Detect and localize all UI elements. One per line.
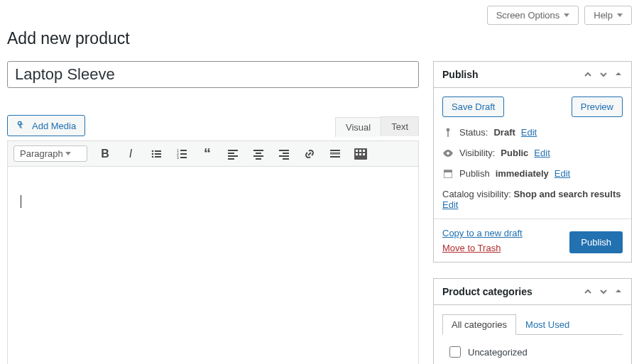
svg-rect-37: [447, 131, 449, 137]
align-center-button[interactable]: [251, 146, 266, 162]
link-button[interactable]: [302, 146, 317, 162]
svg-rect-18: [256, 153, 261, 154]
svg-rect-33: [356, 153, 358, 155]
tab-most-used[interactable]: Most Used: [516, 314, 579, 335]
svg-rect-34: [359, 153, 361, 155]
catalog-value: Shop and search results: [513, 189, 621, 199]
category-checkbox[interactable]: [449, 346, 461, 358]
svg-rect-4: [155, 153, 161, 155]
help-button[interactable]: Help: [584, 6, 632, 25]
pin-icon: [442, 128, 454, 138]
tab-visual[interactable]: Visual: [335, 117, 381, 137]
svg-rect-17: [253, 150, 263, 151]
svg-rect-22: [283, 153, 289, 154]
category-item: Uncategorized: [442, 343, 623, 360]
align-right-button[interactable]: [276, 146, 292, 162]
blockquote-button[interactable]: “: [200, 146, 215, 162]
numbered-list-button[interactable]: 123: [174, 146, 190, 162]
help-label: Help: [594, 10, 613, 21]
save-draft-button[interactable]: Save Draft: [442, 96, 504, 117]
svg-rect-40: [444, 170, 452, 172]
italic-button[interactable]: I: [123, 146, 138, 162]
chevron-up-icon[interactable]: [583, 70, 593, 79]
tab-all-categories[interactable]: All categories: [442, 314, 516, 335]
edit-date-link[interactable]: Edit: [555, 168, 570, 179]
add-media-label: Add Media: [32, 121, 76, 131]
svg-rect-16: [228, 158, 234, 160]
svg-rect-12: [180, 157, 187, 158]
bold-button[interactable]: B: [97, 146, 113, 162]
edit-visibility-link[interactable]: Edit: [534, 148, 550, 158]
align-left-button[interactable]: [225, 146, 241, 162]
svg-rect-28: [330, 156, 340, 158]
screen-options-button[interactable]: Screen Options: [487, 6, 579, 25]
editor-toolbar: Paragraph B I 123 “: [7, 140, 419, 167]
svg-rect-23: [279, 155, 289, 157]
svg-point-36: [447, 128, 450, 131]
bullet-list-button[interactable]: [148, 146, 164, 162]
svg-rect-30: [356, 150, 358, 152]
toolbar-toggle-button[interactable]: [353, 146, 368, 162]
svg-rect-19: [253, 155, 263, 157]
svg-rect-24: [283, 158, 289, 160]
status-label: Status:: [459, 127, 488, 138]
format-select-label: Paragraph: [20, 148, 63, 159]
visibility-label: Visibility:: [459, 148, 495, 158]
svg-text:3: 3: [177, 155, 179, 160]
publish-metabox: Publish Save Draft Preview Status:: [433, 61, 632, 263]
svg-rect-13: [228, 150, 238, 151]
publish-button[interactable]: Publish: [569, 231, 623, 253]
svg-rect-21: [279, 150, 289, 151]
svg-rect-15: [228, 155, 238, 157]
chevron-up-icon[interactable]: [583, 287, 593, 297]
edit-status-link[interactable]: Edit: [521, 127, 537, 138]
copy-draft-link[interactable]: Copy to a new draft: [442, 228, 523, 238]
add-media-button[interactable]: Add Media: [7, 115, 85, 136]
svg-rect-31: [359, 150, 361, 152]
svg-rect-6: [155, 156, 161, 158]
chevron-down-icon: [65, 152, 71, 155]
svg-rect-25: [330, 150, 340, 151]
svg-point-5: [152, 155, 154, 158]
publish-value: immediately: [496, 168, 549, 179]
visibility-value: Public: [501, 148, 528, 158]
svg-rect-10: [180, 153, 187, 155]
caret-up-icon[interactable]: [614, 70, 623, 79]
status-value: Draft: [493, 127, 515, 138]
calendar-icon: [442, 170, 454, 178]
categories-heading: Product categories: [442, 286, 532, 297]
screen-options-label: Screen Options: [496, 10, 560, 21]
svg-rect-35: [363, 153, 365, 155]
caret-up-icon[interactable]: [614, 287, 623, 297]
svg-rect-2: [155, 150, 161, 152]
edit-catalog-link[interactable]: Edit: [442, 199, 458, 210]
category-label: Uncategorized: [468, 347, 528, 358]
chevron-down-icon[interactable]: [599, 287, 608, 297]
svg-rect-8: [180, 150, 187, 151]
svg-point-3: [152, 153, 154, 155]
categories-metabox: Product categories All categories Most U…: [433, 278, 632, 364]
tab-text[interactable]: Text: [381, 116, 419, 136]
chevron-down-icon: [617, 13, 623, 17]
chevron-down-icon[interactable]: [599, 70, 608, 79]
page-title: Add new product: [7, 29, 632, 48]
svg-rect-26: [330, 153, 340, 153]
svg-rect-32: [363, 150, 365, 152]
editor-content[interactable]: [7, 167, 419, 364]
svg-rect-27: [330, 153, 340, 154]
move-to-trash-link[interactable]: Move to Trash: [442, 243, 523, 253]
format-select[interactable]: Paragraph: [13, 145, 87, 162]
svg-point-38: [447, 152, 449, 155]
publish-label: Publish: [459, 168, 490, 179]
svg-rect-20: [256, 158, 261, 160]
svg-rect-14: [228, 153, 234, 154]
chevron-down-icon: [564, 13, 569, 17]
text-cursor: [21, 195, 21, 208]
media-icon: [16, 120, 28, 131]
product-title-input[interactable]: [7, 61, 419, 88]
insert-more-button[interactable]: [327, 146, 343, 162]
preview-button[interactable]: Preview: [572, 96, 623, 117]
publish-heading: Publish: [442, 69, 479, 80]
eye-icon: [442, 150, 454, 157]
catalog-label: Catalog visibility:: [442, 189, 511, 199]
